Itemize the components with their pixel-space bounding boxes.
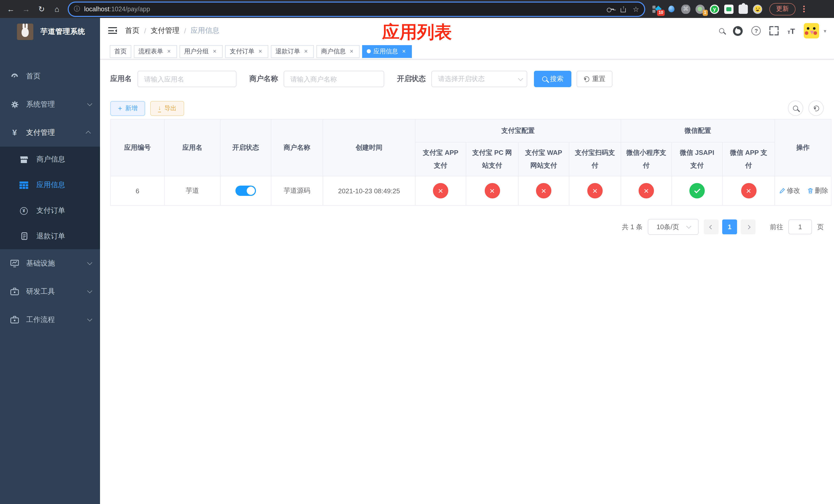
sidebar-item-app-info[interactable]: 应用信息 bbox=[0, 172, 100, 198]
extension-chat-icon[interactable] bbox=[724, 4, 733, 14]
search-button[interactable]: 搜索 bbox=[534, 71, 571, 87]
status-select[interactable]: 请选择开启状态 bbox=[431, 71, 527, 87]
dashboard-icon bbox=[10, 72, 19, 81]
close-icon[interactable]: × bbox=[166, 48, 172, 54]
tab-user-group[interactable]: 用户分组× bbox=[179, 45, 223, 58]
close-icon[interactable]: × bbox=[303, 48, 309, 54]
breadcrumb-home[interactable]: 首页 bbox=[125, 26, 139, 36]
sidebar-item-merchant-info[interactable]: 商户信息 bbox=[0, 147, 100, 172]
chevron-down-icon bbox=[686, 224, 692, 229]
show-search-button[interactable] bbox=[788, 100, 803, 116]
sidebar-item-home[interactable]: 首页 bbox=[0, 62, 100, 90]
sidebar-item-system[interactable]: 系统管理 bbox=[0, 90, 100, 118]
export-button[interactable]: ↓ 导出 bbox=[150, 101, 184, 116]
chevron-right-icon bbox=[746, 225, 750, 229]
browser-toolbar: ← → ↻ ⌂ ⓘ localhost:1024/pay/app ☆ 10 ⌘ … bbox=[0, 0, 834, 18]
briefcase-icon bbox=[10, 316, 19, 323]
extension-badge: 1 bbox=[702, 9, 708, 16]
close-icon[interactable]: × bbox=[401, 48, 407, 54]
delete-button[interactable]: 删除 bbox=[807, 186, 828, 196]
tab-process-form[interactable]: 流程表单× bbox=[134, 45, 177, 58]
reset-button[interactable]: 重置 bbox=[576, 71, 612, 87]
sidebar-collapse-icon[interactable] bbox=[108, 27, 117, 35]
fullscreen-icon[interactable] bbox=[770, 26, 779, 36]
merchant-name-input[interactable] bbox=[284, 71, 384, 87]
browser-home-icon[interactable]: ⌂ bbox=[50, 2, 64, 16]
col-created: 创建时间 bbox=[323, 119, 415, 176]
sidebar-item-workflow[interactable]: 工作流程 bbox=[0, 305, 100, 334]
col-wechat-mini: 微信小程序支付 bbox=[621, 142, 672, 176]
extension-yudao-icon[interactable]: y bbox=[710, 4, 719, 14]
gear-icon bbox=[10, 100, 19, 109]
yen-icon: ¥ bbox=[10, 128, 19, 137]
col-app-name: 应用名 bbox=[164, 119, 220, 176]
edit-button[interactable]: 修改 bbox=[779, 186, 800, 196]
help-icon[interactable]: ? bbox=[752, 26, 761, 36]
app-logo-row[interactable]: 芋道管理系统 bbox=[0, 18, 100, 45]
password-key-icon[interactable] bbox=[607, 7, 614, 11]
profile-avatar-icon[interactable] bbox=[753, 4, 762, 14]
sidebar-item-infrastructure[interactable]: 基础设施 bbox=[0, 249, 100, 277]
page-1-button[interactable]: 1 bbox=[722, 220, 737, 234]
extension-badge: 10 bbox=[657, 9, 665, 16]
extension-blocks-icon[interactable]: 10 bbox=[653, 4, 662, 14]
chevron-down-icon bbox=[87, 101, 92, 106]
browser-forward-icon[interactable]: → bbox=[20, 2, 33, 16]
page-size-select[interactable]: 10条/页 bbox=[648, 219, 699, 235]
browser-reload-icon[interactable]: ↻ bbox=[35, 2, 48, 16]
site-info-icon[interactable]: ⓘ bbox=[74, 5, 80, 13]
sidebar-item-refund-orders[interactable]: 退款订单 bbox=[0, 224, 100, 249]
next-page-button[interactable] bbox=[741, 220, 755, 234]
browser-back-icon[interactable]: ← bbox=[4, 2, 18, 16]
tab-app-info[interactable]: 应用信息× bbox=[362, 45, 412, 58]
cell-app-id: 6 bbox=[111, 176, 164, 205]
wechat-jsapi-status-icon bbox=[689, 183, 705, 199]
col-alipay-qr: 支付宝扫码支付 bbox=[569, 142, 621, 176]
avatar-caret-icon[interactable]: ▾ bbox=[824, 28, 826, 33]
prev-page-button[interactable] bbox=[704, 220, 719, 234]
share-icon[interactable] bbox=[620, 6, 627, 12]
col-wechat-app: 微信 APP 支付 bbox=[722, 142, 775, 176]
plus-icon: + bbox=[118, 104, 122, 112]
browser-menu-icon[interactable] bbox=[801, 4, 808, 14]
sidebar-item-dev-tools[interactable]: 研发工具 bbox=[0, 277, 100, 305]
tab-refund-orders[interactable]: 退款订单× bbox=[271, 45, 314, 58]
extensions-puzzle-icon[interactable] bbox=[739, 4, 748, 14]
extension-profile-icon[interactable]: 1 bbox=[696, 4, 705, 14]
chrome-update-button[interactable]: 更新 bbox=[769, 3, 795, 15]
alipay-wap-status-icon: × bbox=[536, 183, 551, 199]
breadcrumb-payment[interactable]: 支付管理 bbox=[151, 26, 179, 36]
search-icon[interactable] bbox=[719, 28, 724, 33]
add-button[interactable]: + 新增 bbox=[110, 101, 145, 116]
user-avatar[interactable] bbox=[804, 23, 819, 39]
github-icon[interactable] bbox=[733, 26, 743, 36]
goto-label: 前往 bbox=[770, 222, 783, 231]
sidebar-item-pay-orders[interactable]: ¥ 支付订单 bbox=[0, 198, 100, 224]
extension-command-icon[interactable]: ⌘ bbox=[681, 4, 690, 14]
tab-pay-orders[interactable]: 支付订单× bbox=[225, 45, 268, 58]
close-icon[interactable]: × bbox=[211, 48, 218, 54]
table-row: 6 芋道 芋道源码 2021-10-23 08:49:25 × × × × × … bbox=[111, 176, 831, 205]
page-content: 应用名 商户名称 开启状态 请选择开启状态 搜索 重置 bbox=[100, 60, 834, 235]
sidebar-item-payment[interactable]: ¥ 支付管理 bbox=[0, 118, 100, 147]
cell-created: 2021-10-23 08:49:25 bbox=[323, 176, 415, 205]
refresh-table-button[interactable] bbox=[808, 100, 824, 116]
col-merchant: 商户名称 bbox=[271, 119, 323, 176]
extension-balloon-icon[interactable] bbox=[667, 4, 676, 14]
enabled-toggle[interactable] bbox=[236, 186, 256, 196]
tab-merchant-info[interactable]: 商户信息× bbox=[316, 45, 359, 58]
sidebar: 芋道管理系统 首页 系统管理 ¥ 支付管 bbox=[0, 18, 100, 504]
close-icon[interactable]: × bbox=[348, 48, 355, 54]
app-name-input[interactable] bbox=[137, 71, 237, 87]
close-icon[interactable]: × bbox=[257, 48, 264, 54]
bookmark-star-icon[interactable]: ☆ bbox=[633, 5, 639, 13]
tab-home[interactable]: 首页 bbox=[110, 45, 131, 58]
goto-page-input[interactable] bbox=[788, 220, 812, 234]
group-wechat-config: 微信配置 bbox=[621, 119, 775, 142]
download-icon: ↓ bbox=[158, 104, 161, 112]
payment-submenu: 商户信息 应用信息 ¥ 支付订单 bbox=[0, 147, 100, 249]
wechat-mini-status-icon: × bbox=[639, 183, 654, 199]
col-alipay-pc: 支付宝 PC 网站支付 bbox=[466, 142, 518, 176]
address-bar[interactable]: ⓘ localhost:1024/pay/app ☆ bbox=[69, 2, 644, 16]
font-size-icon[interactable]: тT bbox=[788, 26, 795, 35]
